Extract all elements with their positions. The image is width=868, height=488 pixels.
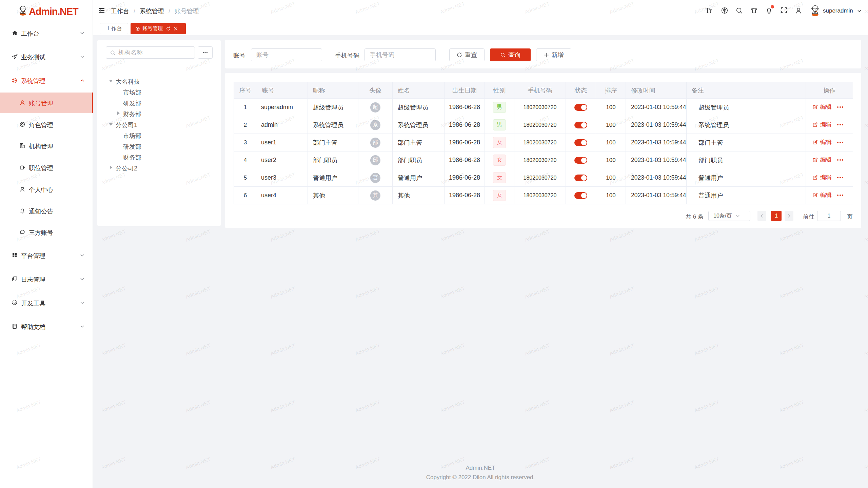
svg-text:Admin.NET: Admin.NET [354, 399, 381, 413]
svg-text:Admin.NET: Admin.NET [693, 342, 720, 357]
svg-text:Admin.NET: Admin.NET [439, 285, 466, 300]
svg-text:Admin.NET: Admin.NET [439, 228, 466, 243]
svg-text:Admin.NET: Admin.NET [354, 285, 381, 300]
svg-text:Admin.NET: Admin.NET [185, 399, 211, 413]
svg-text:Admin.NET: Admin.NET [524, 228, 550, 243]
svg-text:Admin.NET: Admin.NET [185, 285, 211, 300]
svg-text:Admin.NET: Admin.NET [524, 285, 550, 300]
svg-text:Admin.NET: Admin.NET [185, 228, 211, 243]
svg-text:Admin.NET: Admin.NET [185, 342, 211, 357]
svg-text:Admin.NET: Admin.NET [693, 399, 720, 413]
svg-text:Admin.NET: Admin.NET [100, 342, 126, 357]
svg-text:Admin.NET: Admin.NET [863, 171, 868, 186]
svg-text:Admin.NET: Admin.NET [354, 228, 381, 243]
svg-text:Admin.NET: Admin.NET [778, 228, 805, 243]
svg-text:Admin.NET: Admin.NET [609, 399, 635, 413]
svg-text:Admin.NET: Admin.NET [863, 285, 868, 300]
svg-text:Admin.NET: Admin.NET [270, 342, 296, 357]
svg-text:Admin.NET: Admin.NET [439, 399, 466, 413]
svg-text:Admin.NET: Admin.NET [609, 285, 635, 300]
svg-text:Admin.NET: Admin.NET [863, 228, 868, 243]
svg-text:Admin.NET: Admin.NET [100, 228, 126, 243]
svg-text:Admin.NET: Admin.NET [778, 399, 805, 413]
svg-text:Admin.NET: Admin.NET [863, 399, 868, 413]
svg-text:Admin.NET: Admin.NET [439, 342, 466, 357]
svg-text:Admin.NET: Admin.NET [863, 58, 868, 72]
svg-text:Admin.NET: Admin.NET [270, 228, 296, 243]
svg-text:Admin.NET: Admin.NET [100, 285, 126, 300]
svg-text:Admin.NET: Admin.NET [693, 228, 720, 243]
svg-text:Admin.NET: Admin.NET [778, 342, 805, 357]
svg-text:Admin.NET: Admin.NET [693, 285, 720, 300]
svg-text:Admin.NET: Admin.NET [354, 342, 381, 357]
svg-text:Admin.NET: Admin.NET [863, 342, 868, 357]
svg-text:Admin.NET: Admin.NET [778, 285, 805, 300]
svg-text:Admin.NET: Admin.NET [270, 399, 296, 413]
svg-text:Admin.NET: Admin.NET [100, 399, 126, 413]
svg-text:Admin.NET: Admin.NET [524, 399, 550, 413]
svg-text:Admin.NET: Admin.NET [524, 342, 550, 357]
svg-text:Admin.NET: Admin.NET [609, 228, 635, 243]
svg-text:Admin.NET: Admin.NET [609, 342, 635, 357]
svg-text:Admin.NET: Admin.NET [270, 285, 296, 300]
svg-text:Admin.NET: Admin.NET [863, 115, 868, 129]
